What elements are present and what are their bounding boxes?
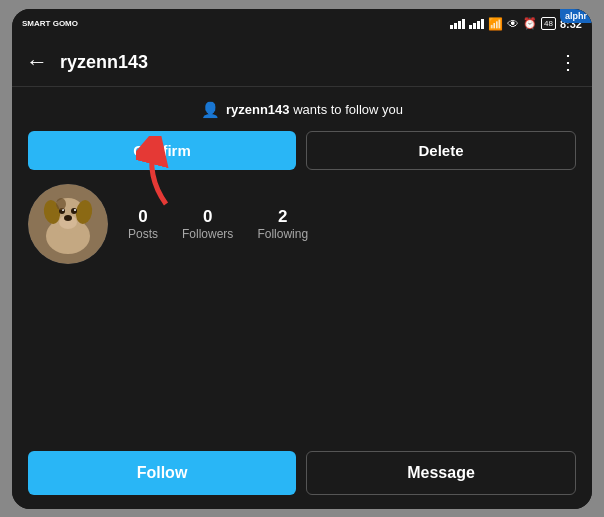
alphr-watermark: alphr — [560, 9, 592, 23]
avatar-image — [28, 184, 108, 264]
alarm-icon: ⏰ — [523, 17, 537, 30]
phone-frame: alphr SMART GOMO 📶 👁 ⏰ — [12, 9, 592, 509]
avatar — [28, 184, 108, 264]
follow-button[interactable]: Follow — [28, 451, 296, 495]
wifi-icon: 📶 — [488, 17, 503, 31]
posts-label: Posts — [128, 227, 158, 241]
requester-username: ryzenn143 — [226, 102, 290, 117]
main-content: 👤 ryzenn143 wants to follow you Confirm … — [12, 87, 592, 509]
stats-row: 0 Posts 0 Followers 2 Following — [128, 207, 576, 241]
status-bar: SMART GOMO 📶 👁 ⏰ 48 — [12, 9, 592, 39]
follow-request-text: ryzenn143 wants to follow you — [226, 102, 403, 117]
bottom-buttons-row: Follow Message — [28, 435, 576, 495]
delete-button[interactable]: Delete — [306, 131, 576, 170]
message-button[interactable]: Message — [306, 451, 576, 495]
more-options-button[interactable]: ⋮ — [558, 50, 578, 74]
following-stat: 2 Following — [257, 207, 308, 241]
svg-point-10 — [74, 209, 76, 211]
arrow-indicator — [136, 136, 186, 210]
posts-count: 0 — [138, 207, 147, 227]
following-count: 2 — [278, 207, 287, 227]
back-button[interactable]: ← — [26, 49, 48, 75]
add-person-icon: 👤 — [201, 101, 220, 119]
action-buttons-row: Confirm Delete — [28, 131, 576, 170]
svg-point-8 — [71, 208, 77, 214]
signal-icon-2 — [469, 19, 484, 29]
followers-count: 0 — [203, 207, 212, 227]
carrier-name: SMART GOMO — [22, 19, 78, 29]
profile-username-header: ryzenn143 — [60, 52, 558, 73]
profile-section: 0 Posts 0 Followers 2 Following — [28, 184, 576, 264]
following-label: Following — [257, 227, 308, 241]
followers-label: Followers — [182, 227, 233, 241]
app-header: ← ryzenn143 ⋮ — [12, 39, 592, 87]
eye-icon: 👁 — [507, 17, 519, 31]
svg-point-11 — [56, 198, 66, 210]
svg-point-6 — [64, 215, 72, 221]
followers-stat: 0 Followers — [182, 207, 233, 241]
posts-stat: 0 Posts — [128, 207, 158, 241]
battery-indicator: 48 — [541, 17, 556, 30]
follow-request-banner: 👤 ryzenn143 wants to follow you — [28, 101, 576, 119]
signal-icon — [450, 19, 465, 29]
